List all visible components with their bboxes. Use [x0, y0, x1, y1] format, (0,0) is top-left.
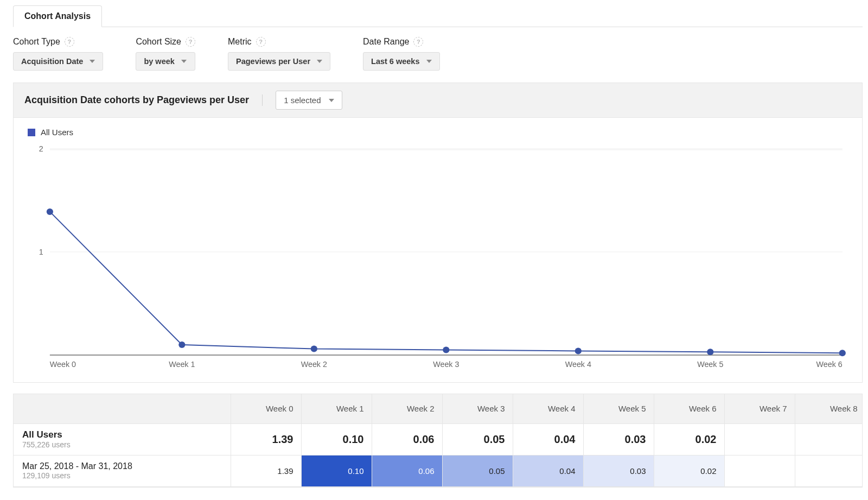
tab-cohort-analysis[interactable]: Cohort Analysis — [13, 5, 102, 27]
data-point[interactable] — [311, 346, 317, 352]
legend-swatch — [28, 129, 35, 136]
chart-wrap: All Users 12Week 0Week 1Week 2Week 3Week… — [14, 118, 862, 382]
data-point[interactable] — [707, 349, 713, 355]
data-point[interactable] — [839, 350, 846, 356]
cohort-table: Week 0Week 1Week 2Week 3Week 4Week 5Week… — [14, 394, 863, 487]
data-point[interactable] — [575, 347, 582, 354]
help-icon[interactable]: ? — [186, 37, 195, 47]
dropdown-value: Acquisition Date — [21, 57, 83, 66]
table-cell: 0.10 — [301, 455, 372, 486]
table-row: All Users755,226 users1.390.100.060.050.… — [14, 423, 863, 455]
table-header-cell: Week 1 — [301, 394, 372, 423]
legend: All Users — [28, 128, 848, 137]
y-tick-label: 2 — [39, 144, 43, 153]
x-tick-label: Week 6 — [816, 360, 843, 369]
dropdown-metric[interactable]: Pageviews per User — [228, 52, 330, 71]
tab-underline — [13, 27, 863, 27]
controls-row: Cohort Type ? Acquisition Date Cohort Si… — [13, 27, 863, 83]
chart-panel: Acquisition Date cohorts by Pageviews pe… — [13, 83, 863, 383]
control-label: Cohort Type ? — [13, 37, 103, 47]
table-cell: 0.10 — [301, 423, 372, 455]
table-cell — [724, 455, 795, 486]
x-tick-label: Week 1 — [169, 360, 195, 369]
data-point[interactable] — [47, 208, 53, 215]
table-cell: 0.05 — [442, 455, 513, 486]
row-header: Mar 25, 2018 - Mar 31, 2018129,109 users — [14, 455, 231, 486]
legend-label: All Users — [41, 128, 73, 137]
dropdown-segment[interactable]: 1 selected — [276, 91, 342, 110]
table-cell — [724, 423, 795, 455]
dropdown-value: by week — [144, 57, 174, 66]
table-header-row: Week 0Week 1Week 2Week 3Week 4Week 5Week… — [14, 394, 863, 423]
tab-label: Cohort Analysis — [24, 11, 91, 21]
table-cell: 0.04 — [513, 455, 583, 486]
label-text: Metric — [228, 37, 252, 47]
table-cell: 0.06 — [372, 423, 442, 455]
caret-down-icon — [426, 60, 432, 63]
panel-title: Acquisition Date cohorts by Pageviews pe… — [24, 94, 263, 106]
table-cell: 0.02 — [654, 423, 724, 455]
table-header-cell: Week 4 — [513, 394, 583, 423]
x-tick-label: Week 4 — [565, 360, 591, 369]
caret-down-icon — [329, 99, 334, 102]
cohort-table-wrap: Week 0Week 1Week 2Week 3Week 4Week 5Week… — [13, 394, 863, 488]
x-tick-label: Week 0 — [50, 360, 76, 369]
table-cell: 1.39 — [231, 423, 301, 455]
dropdown-cohort-type[interactable]: Acquisition Date — [13, 52, 103, 71]
control-label: Date Range ? — [363, 37, 439, 47]
label-text: Cohort Size — [136, 37, 181, 47]
x-tick-label: Week 3 — [433, 360, 459, 369]
x-tick-label: Week 2 — [301, 360, 327, 369]
panel-header: Acquisition Date cohorts by Pageviews pe… — [14, 83, 862, 118]
control-date-range: Date Range ? Last 6 weeks — [363, 37, 439, 71]
table-header-cell: Week 3 — [442, 394, 513, 423]
table-cell: 1.39 — [231, 455, 301, 486]
table-cell — [795, 455, 863, 486]
row-header: All Users755,226 users — [14, 423, 231, 455]
caret-down-icon — [90, 60, 95, 63]
table-header-rowhead — [14, 394, 231, 423]
control-cohort-type: Cohort Type ? Acquisition Date — [13, 37, 103, 71]
line-chart: 12Week 0Week 1Week 2Week 3Week 4Week 5We… — [28, 143, 848, 371]
data-point[interactable] — [178, 341, 185, 348]
table-cell — [795, 423, 863, 455]
table-cell: 0.04 — [513, 423, 583, 455]
row-subtitle: 755,226 users — [22, 440, 222, 449]
caret-down-icon — [317, 60, 322, 63]
row-title: All Users — [22, 429, 222, 440]
x-tick-label: Week 5 — [697, 360, 723, 369]
control-label: Cohort Size ? — [136, 37, 195, 47]
table-cell: 0.03 — [583, 423, 654, 455]
table-header-cell: Week 2 — [372, 394, 442, 423]
table-header-cell: Week 7 — [724, 394, 795, 423]
label-text: Cohort Type — [13, 37, 60, 47]
table-cell: 0.02 — [654, 455, 724, 486]
control-cohort-size: Cohort Size ? by week — [136, 37, 195, 71]
table-cell: 0.03 — [583, 455, 654, 486]
table-row: Mar 25, 2018 - Mar 31, 2018129,109 users… — [14, 455, 863, 486]
tab-bar: Cohort Analysis — [13, 5, 863, 27]
help-icon[interactable]: ? — [256, 37, 266, 47]
control-metric: Metric ? Pageviews per User — [228, 37, 330, 71]
data-point[interactable] — [443, 347, 449, 353]
dropdown-value: Last 6 weeks — [371, 57, 419, 66]
caret-down-icon — [181, 60, 187, 63]
dropdown-value: Pageviews per User — [236, 57, 310, 66]
dropdown-date-range[interactable]: Last 6 weeks — [363, 52, 439, 71]
help-icon[interactable]: ? — [413, 37, 423, 47]
dropdown-cohort-size[interactable]: by week — [136, 52, 195, 71]
table-header-cell: Week 0 — [231, 394, 301, 423]
help-icon[interactable]: ? — [65, 37, 74, 47]
y-tick-label: 1 — [39, 248, 43, 256]
dropdown-value: 1 selected — [284, 96, 321, 105]
table-header-cell: Week 8 — [795, 394, 863, 423]
table-header-cell: Week 5 — [583, 394, 654, 423]
row-title: Mar 25, 2018 - Mar 31, 2018 — [22, 461, 222, 471]
table-cell: 0.05 — [442, 423, 513, 455]
table-cell: 0.06 — [372, 455, 442, 486]
label-text: Date Range — [363, 37, 409, 47]
table-header-cell: Week 6 — [654, 394, 724, 423]
control-label: Metric ? — [228, 37, 330, 47]
row-subtitle: 129,109 users — [22, 471, 222, 480]
